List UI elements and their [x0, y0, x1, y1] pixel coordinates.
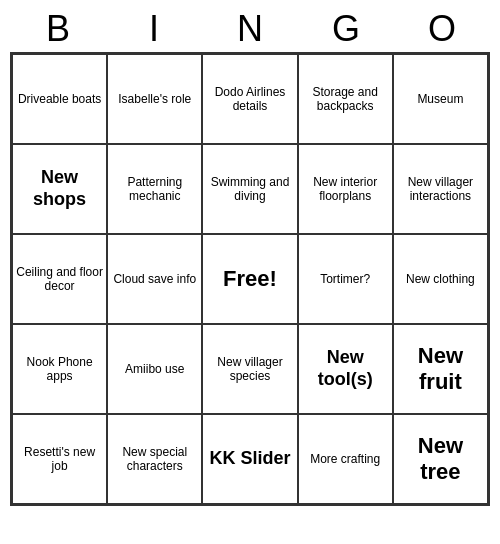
cell-r3-c1: Amiibo use	[107, 324, 202, 414]
cell-r4-c0: Resetti's new job	[12, 414, 107, 504]
cell-r2-c2: Free!	[202, 234, 297, 324]
cell-r2-c0: Ceiling and floor decor	[12, 234, 107, 324]
cell-r0-c2: Dodo Airlines details	[202, 54, 297, 144]
cell-r4-c4: New tree	[393, 414, 488, 504]
cell-r0-c1: Isabelle's role	[107, 54, 202, 144]
bingo-grid: Driveable boatsIsabelle's roleDodo Airli…	[10, 52, 490, 506]
cell-r1-c1: Patterning mechanic	[107, 144, 202, 234]
bingo-letter: O	[397, 8, 487, 50]
cell-r4-c3: More crafting	[298, 414, 393, 504]
cell-r1-c0: New shops	[12, 144, 107, 234]
cell-r1-c2: Swimming and diving	[202, 144, 297, 234]
bingo-card: BINGO Driveable boatsIsabelle's roleDodo…	[10, 8, 490, 506]
cell-r1-c3: New interior floorplans	[298, 144, 393, 234]
cell-r2-c4: New clothing	[393, 234, 488, 324]
cell-r1-c4: New villager interactions	[393, 144, 488, 234]
cell-r4-c2: KK Slider	[202, 414, 297, 504]
cell-r4-c1: New special characters	[107, 414, 202, 504]
cell-r0-c4: Museum	[393, 54, 488, 144]
cell-r0-c3: Storage and backpacks	[298, 54, 393, 144]
bingo-letter: B	[13, 8, 103, 50]
cell-r0-c0: Driveable boats	[12, 54, 107, 144]
bingo-letter: N	[205, 8, 295, 50]
cell-r2-c3: Tortimer?	[298, 234, 393, 324]
bingo-header: BINGO	[10, 8, 490, 50]
bingo-letter: I	[109, 8, 199, 50]
cell-r3-c4: New fruit	[393, 324, 488, 414]
cell-r3-c0: Nook Phone apps	[12, 324, 107, 414]
cell-r2-c1: Cloud save info	[107, 234, 202, 324]
cell-r3-c3: New tool(s)	[298, 324, 393, 414]
cell-r3-c2: New villager species	[202, 324, 297, 414]
bingo-letter: G	[301, 8, 391, 50]
